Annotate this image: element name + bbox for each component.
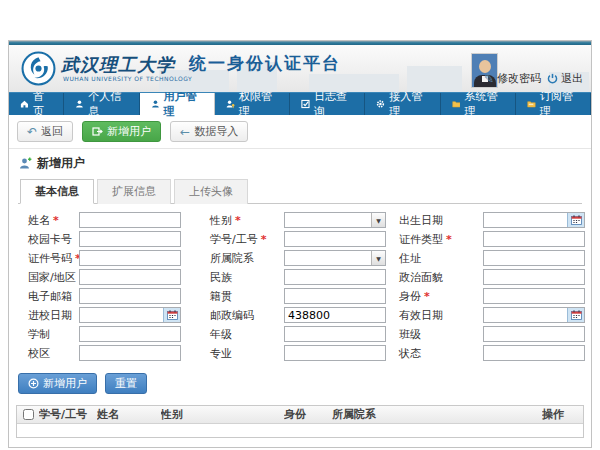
add-user-form: 姓名* 性别* ▼ 出生日期 校园卡号 学号/工号* 证件类型* 证件号码* 所… (9, 204, 591, 366)
table-header-row: 学号/工号 姓名 性别 身份 所属院系 操作 (17, 406, 583, 424)
select-all-checkbox[interactable] (23, 409, 34, 420)
enter-icon (92, 126, 103, 137)
field-label: 有效日期 (393, 308, 483, 323)
email-field[interactable] (79, 288, 181, 304)
grade-field[interactable] (284, 326, 386, 342)
university-logo-icon (21, 51, 56, 90)
change-password-link[interactable]: ✎ 修改密码 (484, 71, 541, 86)
permission-icon (226, 99, 235, 109)
reset-button[interactable]: 重置 (105, 373, 147, 394)
name-field[interactable] (79, 212, 181, 228)
gender-field[interactable] (285, 213, 371, 227)
back-arrow-icon: ↶ (27, 127, 37, 137)
ethnicity-field[interactable] (284, 269, 386, 285)
nav-log-query[interactable]: 日志查询 (290, 93, 365, 115)
address-field[interactable] (483, 250, 585, 266)
log-icon (301, 99, 310, 109)
identity-field[interactable] (483, 288, 585, 304)
nav-label: 个人信息 (88, 89, 127, 119)
birth-date-field[interactable] (484, 213, 567, 227)
field-label: 证件号码* (15, 251, 79, 266)
power-icon (547, 73, 558, 84)
back-button[interactable]: ↶ 返回 (17, 121, 73, 142)
tab-basic-info[interactable]: 基本信息 (20, 179, 94, 204)
app-window: 武汉理工大学统一身份认证平台 WUHAN UNIVERSITY OF TECHN… (8, 40, 592, 448)
form-actions: 新增用户 重置 (9, 366, 591, 403)
tab-upload-avatar[interactable]: 上传头像 (174, 179, 248, 204)
calendar-icon[interactable] (567, 308, 584, 322)
postal-code-field[interactable] (284, 307, 386, 323)
header-links: ✎ 修改密码 退出 (484, 71, 583, 86)
chevron-down-icon[interactable]: ▼ (371, 251, 385, 265)
nav-access-management[interactable]: 接入管理 (365, 93, 440, 115)
nav-label: 权限管理 (239, 89, 278, 119)
calendar-icon[interactable] (163, 308, 180, 322)
field-label: 进校日期 (15, 308, 79, 323)
department-field[interactable] (285, 251, 371, 265)
toolbar: ↶ 返回 新增用户 ← 数据导入 (9, 115, 591, 149)
calendar-icon[interactable] (567, 213, 584, 227)
student-id-field[interactable] (284, 231, 386, 247)
back-label: 返回 (41, 125, 63, 138)
political-status-field[interactable] (483, 269, 585, 285)
id-number-field[interactable] (79, 250, 181, 266)
logout-link[interactable]: 退出 (547, 71, 583, 86)
plus-circle-icon (28, 378, 39, 389)
field-label: 姓名* (15, 213, 79, 228)
section-title: 新增用户 (9, 149, 591, 176)
col-name: 姓名 (97, 407, 161, 422)
section-title-text: 新增用户 (37, 155, 85, 172)
data-import-button[interactable]: ← 数据导入 (170, 121, 248, 142)
title-block: 武汉理工大学统一身份认证平台 WUHAN UNIVERSITY OF TECHN… (61, 52, 341, 82)
header: 武汉理工大学统一身份认证平台 WUHAN UNIVERSITY OF TECHN… (9, 45, 591, 92)
logout-label: 退出 (561, 71, 583, 86)
chevron-down-icon[interactable]: ▼ (371, 213, 385, 227)
platform-title: 统一身份认证平台 (189, 53, 341, 73)
university-name-en: WUHAN UNIVERSITY OF TECHNOLOGY (63, 75, 341, 82)
campus-card-field[interactable] (79, 231, 181, 247)
add-user-icon (19, 157, 32, 170)
nav-label: 日志查询 (314, 89, 353, 119)
users-icon (151, 99, 160, 109)
nav-subscription-management[interactable]: 订阅管理 (516, 93, 591, 115)
id-type-field[interactable] (483, 231, 585, 247)
field-label: 学号/工号* (206, 232, 284, 247)
col-student-id: 学号/工号 (39, 407, 97, 422)
field-label: 性别* (206, 213, 284, 228)
form-tabs: 基本信息 扩展信息 上传头像 (18, 179, 582, 204)
nav-label: 首页 (33, 89, 53, 119)
nav-profile[interactable]: 个人信息 (64, 93, 139, 115)
nav-label: 订阅管理 (540, 89, 579, 119)
submit-add-user-label: 新增用户 (43, 377, 87, 390)
empty-table-body (17, 424, 583, 437)
major-field[interactable] (284, 345, 386, 361)
campus-field[interactable] (79, 345, 181, 361)
subscribe-folder-icon (527, 99, 536, 109)
building-silhouette (407, 66, 462, 92)
tab-extended-info[interactable]: 扩展信息 (97, 179, 171, 204)
native-place-field[interactable] (284, 288, 386, 304)
valid-date-field[interactable] (484, 308, 567, 322)
nav-label: 用户管理 (164, 89, 203, 119)
class-field[interactable] (483, 326, 585, 342)
status-field[interactable] (483, 345, 585, 361)
submit-add-user-button[interactable]: 新增用户 (18, 373, 97, 394)
nav-permission-management[interactable]: 权限管理 (215, 93, 290, 115)
nav-home[interactable]: 首页 (9, 93, 64, 115)
nav-label: 接入管理 (389, 89, 428, 119)
data-import-label: 数据导入 (194, 125, 238, 138)
field-label: 状态 (393, 346, 483, 361)
field-label: 专业 (206, 346, 284, 361)
field-label: 校区 (15, 346, 79, 361)
entry-date-field[interactable] (80, 308, 163, 322)
col-identity: 身份 (284, 407, 332, 422)
toolbar-add-user-button[interactable]: 新增用户 (82, 121, 161, 142)
nav-system-management[interactable]: 系统管理 (441, 93, 516, 115)
nav-user-management[interactable]: 用户管理 (140, 93, 215, 115)
field-label: 籍贯 (206, 289, 284, 304)
country-field[interactable] (79, 269, 181, 285)
education-length-field[interactable] (79, 326, 181, 342)
field-label: 电子邮箱 (15, 289, 79, 304)
col-operation: 操作 (542, 407, 583, 422)
field-label: 出生日期 (393, 213, 483, 228)
